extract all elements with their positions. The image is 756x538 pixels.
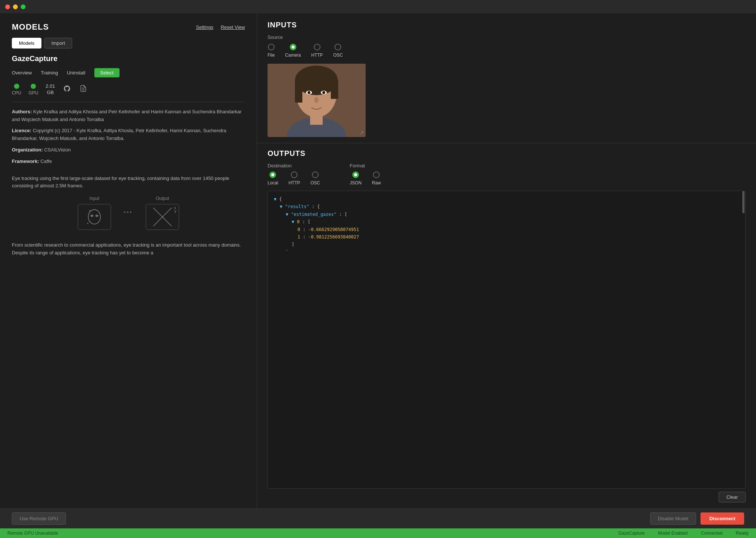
org-text: Organization: CSAILVision: [12, 146, 245, 154]
destination-radio-group: Local HTTP OSC: [268, 171, 320, 186]
uninstall-tab[interactable]: Uninstall: [67, 70, 85, 76]
clear-btn-row: Clear: [268, 492, 746, 502]
json-radio-inner: [354, 173, 357, 176]
raw-radio[interactable]: [373, 171, 380, 178]
svg-rect-24: [310, 114, 323, 125]
osc-radio[interactable]: [335, 44, 341, 50]
github-icon[interactable]: [63, 84, 71, 95]
svg-point-12: [124, 211, 125, 213]
json-radio[interactable]: [352, 171, 359, 178]
bottom-right-buttons: Disable Model Disconnect: [650, 512, 744, 525]
file-radio[interactable]: [268, 44, 275, 50]
dest-osc-radio[interactable]: [312, 171, 319, 178]
source-label: Source: [268, 34, 746, 40]
status-bar: Remote GPU Unavailable GazeCapture Model…: [0, 528, 756, 538]
cpu-label: CPU: [12, 90, 21, 96]
svg-point-10: [89, 210, 90, 211]
status-left: Remote GPU Unavailable: [7, 531, 58, 536]
format-json[interactable]: JSON: [350, 171, 362, 186]
clear-button[interactable]: Clear: [719, 492, 746, 502]
output-frame: xY: [146, 204, 179, 230]
status-ready: Ready: [736, 531, 749, 536]
dest-osc[interactable]: OSC: [310, 171, 320, 186]
svg-line-11: [90, 211, 93, 215]
licence-label: Licence:: [12, 128, 31, 133]
import-tab[interactable]: Import: [44, 38, 72, 49]
source-http[interactable]: HTTP: [311, 44, 323, 58]
destination-format-row: Destination Local HTTP: [268, 163, 746, 186]
source-osc[interactable]: OSC: [333, 44, 343, 58]
local-radio[interactable]: [269, 171, 276, 178]
licence-text: Licence: Copyright (c) 2017 - Kyle Krafk…: [12, 127, 245, 143]
left-header: MODELS Settings Reset View: [0, 13, 257, 38]
document-icon[interactable]: [79, 84, 88, 95]
model-section: GazeCapture Overview Training Uninstall …: [0, 54, 257, 508]
json-output[interactable]: ▼ { ▼ "results" : { ▼ "estimated_gazes" …: [268, 191, 746, 489]
minimize-button[interactable]: [13, 4, 18, 9]
svg-point-13: [127, 211, 128, 213]
dest-http-radio[interactable]: [291, 171, 298, 178]
models-title: MODELS: [12, 22, 49, 32]
local-label: Local: [268, 180, 278, 186]
select-button[interactable]: Select: [94, 68, 120, 77]
io-arrow-dots: [123, 208, 134, 218]
authors-label: Authors:: [12, 109, 32, 114]
model-name: GazeCapture: [12, 54, 245, 63]
json-line-3: ▼ "estimated_gazes" : [: [274, 211, 739, 218]
inputs-section: INPUTS Source File Camera HTTP: [257, 13, 756, 143]
training-tab[interactable]: Training: [41, 70, 58, 76]
svg-point-27: [308, 92, 310, 93]
svg-point-31: [314, 97, 319, 103]
titlebar: [0, 0, 756, 13]
dest-http[interactable]: HTTP: [289, 171, 300, 186]
camera-label: Camera: [285, 53, 301, 58]
camera-radio-inner: [292, 46, 295, 49]
reset-view-link[interactable]: Reset View: [221, 24, 245, 30]
close-button[interactable]: [5, 4, 10, 9]
org-label: Organization:: [12, 147, 43, 153]
right-panel: INPUTS Source File Camera HTTP: [257, 13, 756, 508]
org-value: CSAILVision: [44, 147, 71, 153]
use-remote-gpu-button[interactable]: Use Remote GPU: [12, 512, 66, 525]
http-radio[interactable]: [314, 44, 320, 50]
destination-label: Destination: [268, 163, 320, 168]
format-raw[interactable]: Raw: [372, 171, 381, 186]
destination-group: Destination Local HTTP: [268, 163, 320, 186]
coord-label: xY: [174, 206, 177, 214]
scrollbar-thumb[interactable]: [742, 191, 745, 213]
json-line-5: 0 : -0.6662929058074951: [274, 226, 739, 233]
gpu-dot: [31, 84, 36, 89]
svg-point-30: [323, 92, 325, 93]
input-label: Input: [90, 196, 100, 201]
overview-tab[interactable]: Overview: [12, 70, 32, 76]
format-label: Format: [350, 163, 381, 168]
header-links: Settings Reset View: [196, 24, 245, 30]
framework-value: Caffe: [40, 158, 52, 164]
dest-local[interactable]: Local: [268, 171, 278, 186]
disconnect-button[interactable]: Disconnect: [700, 512, 744, 525]
input-frame: [78, 204, 111, 230]
svg-point-14: [130, 211, 131, 213]
status-connection: Connected: [701, 531, 722, 536]
desc-text: Eye tracking using the first large-scale…: [12, 175, 245, 190]
models-tab[interactable]: Models: [12, 38, 41, 49]
maximize-button[interactable]: [21, 4, 26, 9]
svg-rect-21: [295, 80, 302, 103]
settings-link[interactable]: Settings: [196, 24, 214, 30]
source-camera[interactable]: Camera: [285, 44, 301, 58]
main-content: MODELS Settings Reset View Models Import…: [0, 13, 756, 508]
json-line-4: ▼ 0 : [: [274, 218, 739, 225]
outputs-title: OUTPUTS: [268, 149, 746, 158]
http-label: HTTP: [311, 53, 323, 58]
camera-radio[interactable]: [290, 44, 296, 50]
json-line-1: ▼ {: [274, 196, 739, 203]
source-file[interactable]: File: [268, 44, 275, 58]
disable-model-button[interactable]: Disable Model: [650, 512, 696, 525]
svg-point-6: [91, 215, 93, 216]
io-diagram: Input: [12, 196, 245, 230]
resize-handle: ↗: [360, 130, 364, 136]
input-box: Input: [78, 196, 111, 230]
status-right: GazeCapture Model Enabled Connected Read…: [618, 531, 749, 536]
tab-buttons: Models Import: [0, 38, 257, 54]
authors-value: Kyle Krafka and Aditya Khosla and Petr K…: [12, 109, 242, 122]
